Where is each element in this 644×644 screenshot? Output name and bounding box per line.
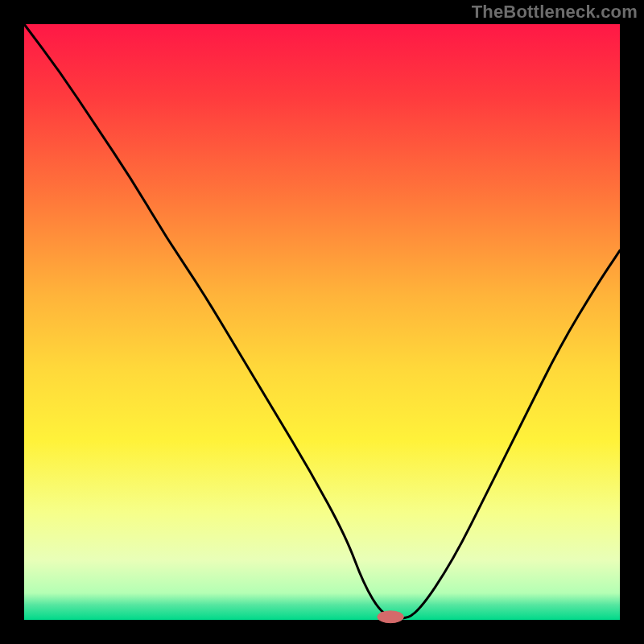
bottleneck-chart	[0, 0, 644, 644]
gradient-background	[24, 24, 620, 620]
watermark-text: TheBottleneck.com	[472, 2, 638, 23]
minimum-marker	[378, 611, 404, 623]
chart-frame: { "watermark": "TheBottleneck.com", "col…	[0, 0, 644, 644]
